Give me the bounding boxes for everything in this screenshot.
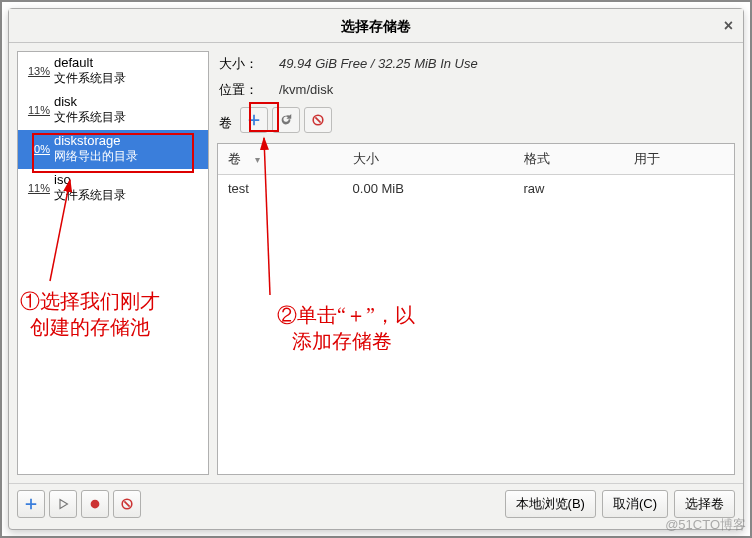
pool-item-diskstorage[interactable]: 0% diskstorage 网络导出的目录 (18, 130, 208, 169)
pool-type: 网络导出的目录 (54, 148, 138, 165)
volume-table[interactable]: 卷▾ 大小 格式 用于 test 0.00 MiB raw (217, 143, 735, 475)
size-label: 大小： (219, 55, 279, 73)
stop-pool-button[interactable] (81, 490, 109, 518)
refresh-icon (279, 113, 293, 127)
close-icon[interactable]: × (724, 9, 733, 43)
pool-name: diskstorage (54, 133, 138, 148)
play-icon (57, 498, 69, 510)
pool-item-disk[interactable]: 11% disk 文件系统目录 (18, 91, 208, 130)
volumes-section-label: 卷 (219, 114, 232, 132)
location-value: /kvm/disk (279, 82, 333, 97)
col-usedby[interactable]: 用于 (624, 144, 734, 175)
col-name: 卷▾ (218, 144, 343, 175)
pool-name: iso (54, 172, 126, 187)
start-pool-button[interactable] (49, 490, 77, 518)
delete-pool-button[interactable] (113, 490, 141, 518)
pool-type: 文件系统目录 (54, 109, 126, 126)
pool-usage-pct: 0% (22, 143, 50, 155)
pool-name: disk (54, 94, 126, 109)
local-browse-button[interactable]: 本地浏览(B) (505, 490, 596, 518)
delete-volume-button[interactable] (304, 107, 332, 133)
sort-indicator-icon: ▾ (255, 154, 260, 165)
delete-icon (120, 497, 134, 511)
dialog-title: 选择存储卷 (341, 18, 411, 34)
pool-item-iso[interactable]: 11% iso 文件系统目录 (18, 169, 208, 208)
titlebar: 选择存储卷 × (9, 9, 743, 43)
pool-usage-pct: 11% (22, 182, 50, 194)
svg-point-2 (91, 500, 100, 509)
delete-icon (311, 113, 325, 127)
choose-volume-button[interactable]: 选择卷 (674, 490, 735, 518)
add-volume-button[interactable] (240, 107, 268, 133)
svg-line-1 (315, 117, 320, 122)
pool-type: 文件系统目录 (54, 70, 126, 87)
pool-name: default (54, 55, 126, 70)
col-size[interactable]: 大小 (343, 144, 514, 175)
vol-usedby (624, 175, 734, 203)
pool-item-default[interactable]: 13% default 文件系统目录 (18, 52, 208, 91)
pool-type: 文件系统目录 (54, 187, 126, 204)
vol-format: raw (514, 175, 624, 203)
svg-line-4 (124, 501, 129, 506)
record-icon (88, 497, 102, 511)
vol-name: test (218, 175, 343, 203)
add-pool-button[interactable] (17, 490, 45, 518)
vol-size: 0.00 MiB (343, 175, 514, 203)
plus-icon (24, 497, 38, 511)
cancel-button[interactable]: 取消(C) (602, 490, 668, 518)
storage-volume-dialog: 选择存储卷 × 13% default 文件系统目录 11% disk 文件系统… (8, 8, 744, 530)
location-label: 位置： (219, 81, 279, 99)
pool-usage-pct: 11% (22, 104, 50, 116)
storage-pool-list[interactable]: 13% default 文件系统目录 11% disk 文件系统目录 0% (17, 51, 209, 475)
size-value: 49.94 GiB Free / 32.25 MiB In Use (279, 56, 478, 71)
plus-icon (247, 113, 261, 127)
pool-usage-pct: 13% (22, 65, 50, 77)
table-row[interactable]: test 0.00 MiB raw (218, 175, 734, 203)
col-format[interactable]: 格式 (514, 144, 624, 175)
refresh-button[interactable] (272, 107, 300, 133)
